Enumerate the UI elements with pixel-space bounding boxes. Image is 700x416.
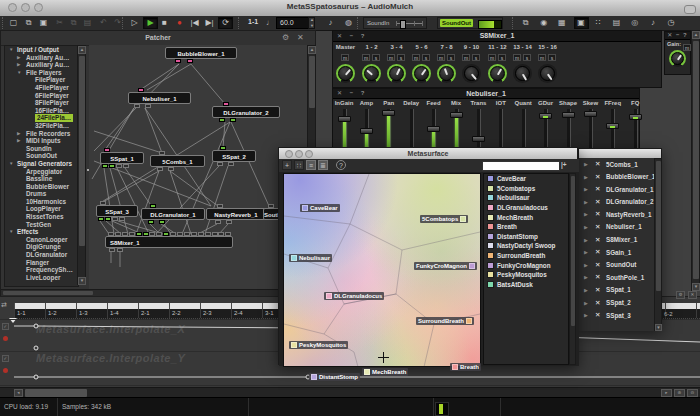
- record-button[interactable]: ●: [173, 17, 186, 29]
- patcher-gear-icon[interactable]: ⚙: [282, 33, 289, 42]
- tree-item-livelooper[interactable]: LiveLooper: [5, 274, 78, 282]
- audio-port[interactable]: [228, 162, 234, 166]
- remove-icon[interactable]: ✕: [595, 210, 600, 218]
- mute-button[interactable]: m: [341, 54, 349, 61]
- chevron-right-icon[interactable]: ▶: [584, 287, 588, 293]
- surface-snapshot-5combatops[interactable]: 5Combatops: [420, 215, 468, 223]
- solo-button[interactable]: s: [397, 54, 405, 61]
- contraption-row-sspat_3[interactable]: ▶✕SSpat_3: [579, 309, 654, 322]
- audio-port[interactable]: [108, 232, 114, 236]
- mixer-window-controls[interactable]: ✕ − ?: [337, 31, 368, 41]
- snapshot-list-item-nebulisaur[interactable]: Nebulisaur: [484, 193, 568, 203]
- solo-button[interactable]: s: [372, 54, 380, 61]
- audio-port[interactable]: [115, 232, 121, 236]
- play-button[interactable]: ▶: [143, 17, 158, 29]
- audio-port[interactable]: [218, 232, 224, 236]
- tree-item-auxiliary-au-[interactable]: ▶Auxiliary Au…: [5, 61, 78, 69]
- mute-button[interactable]: m: [462, 54, 470, 61]
- slider-thumb[interactable]: [472, 136, 485, 142]
- slider-thumb[interactable]: [338, 116, 351, 122]
- contraption-row-bubbleblower_1[interactable]: ▶✕BubbleBlower_1: [579, 171, 654, 184]
- slider-thumb[interactable]: [539, 113, 552, 119]
- contraption-row-nebuliser_1[interactable]: ▶✕Nebuliser_1: [579, 221, 654, 234]
- tempo-stepper-down-icon[interactable]: ▼: [310, 23, 314, 28]
- chevron-right-icon[interactable]: ▶: [584, 312, 588, 318]
- channel-knob[interactable]: [513, 64, 532, 83]
- audio-port[interactable]: [215, 220, 221, 224]
- detail-list-button[interactable]: ≣: [318, 160, 328, 170]
- tree-item-bubbleblower[interactable]: BubbleBlower: [5, 183, 78, 191]
- tree-item-midi-inputs[interactable]: ▶MIDI Inputs: [5, 137, 78, 145]
- audio-port[interactable]: [109, 248, 115, 252]
- audio-port[interactable]: [159, 151, 165, 155]
- chevron-right-icon[interactable]: ▶: [584, 274, 588, 280]
- loop-button[interactable]: ⟳: [218, 17, 233, 29]
- audio-port[interactable]: [117, 248, 123, 252]
- tree-item-arpeggiator[interactable]: Arpeggiator: [5, 168, 78, 176]
- nebuliser-window-controls[interactable]: ✕ − ?: [337, 89, 368, 98]
- audio-port-active[interactable]: [98, 217, 104, 221]
- tree-item-auxiliary-au-[interactable]: ▶Auxiliary Au…: [5, 54, 78, 62]
- tempo-stepper[interactable]: ▲▼: [308, 17, 315, 29]
- tree-item-file-recorders[interactable]: ▶File Recorders: [5, 130, 78, 138]
- audio-port-active[interactable]: [230, 118, 236, 122]
- snapshot-list-item-mechbreath[interactable]: MechBreath: [484, 212, 568, 222]
- slider-thumb[interactable]: [360, 128, 373, 134]
- patch-node-sspat_2[interactable]: SSpat_2: [212, 150, 256, 162]
- audio-port-active[interactable]: [150, 204, 156, 208]
- contraption-list-scrollbar[interactable]: ▼: [654, 158, 662, 331]
- document-view-button[interactable]: ▤: [610, 17, 623, 29]
- audio-port-active[interactable]: [219, 118, 225, 122]
- hscroll-thumb[interactable]: [25, 389, 87, 397]
- audio-port[interactable]: [122, 232, 128, 236]
- canvas-hscrollbar[interactable]: [1, 289, 315, 296]
- audio-port-active[interactable]: [143, 232, 149, 236]
- slider-thumb[interactable]: [606, 123, 619, 129]
- tree-item-10harmonics[interactable]: 10Harmonics: [5, 198, 78, 206]
- metasurface-zoom-icon[interactable]: [305, 150, 313, 158]
- slider-iot[interactable]: IOT: [490, 98, 512, 150]
- tree-item-24filepla-[interactable]: 24FilePla…: [5, 114, 78, 122]
- contraption-row-soundout[interactable]: ▶✕SoundOut: [579, 259, 654, 272]
- automation-point-x[interactable]: [34, 346, 38, 350]
- mute-button[interactable]: m: [538, 54, 546, 61]
- surface-snapshot-funkycromagnon[interactable]: FunkyCroMagnon: [414, 262, 477, 270]
- audio-port[interactable]: [226, 220, 232, 224]
- channel-knob[interactable]: [412, 64, 431, 83]
- tree-item-16filepla-[interactable]: 16FilePla…: [5, 107, 78, 115]
- sound-in-control[interactable]: SoundIn: [363, 17, 427, 29]
- solo-button[interactable]: s: [548, 54, 556, 61]
- surface-snapshot-surroundbreath[interactable]: SurroundBreath: [416, 317, 474, 325]
- patch-node-bubbleblower_1[interactable]: BubbleBlower_1: [165, 47, 237, 59]
- midi-port[interactable]: [104, 148, 110, 152]
- go-end-button[interactable]: ▶|: [203, 17, 216, 29]
- timeline-zoom-in-icon[interactable]: ⊕: [674, 389, 685, 397]
- audition-view-button[interactable]: ♪: [646, 17, 659, 29]
- slider-thumb[interactable]: [427, 126, 440, 132]
- remove-icon[interactable]: ✕: [595, 311, 600, 319]
- contraption-row-sspat_1[interactable]: ▶✕SSpat_1: [579, 284, 654, 297]
- slider-feed[interactable]: Feed: [423, 98, 445, 150]
- patcher-close-icon[interactable]: ✕: [297, 33, 304, 42]
- chevron-right-icon[interactable]: ▶: [584, 161, 588, 167]
- audio-port-active[interactable]: [109, 164, 115, 168]
- surface-snapshot-peskymosquitos[interactable]: PeskyMosquitos: [289, 341, 348, 349]
- save-file-icon[interactable]: ▣: [37, 17, 50, 29]
- slider-mix[interactable]: Mix: [445, 98, 467, 150]
- solo-button[interactable]: s: [523, 54, 531, 61]
- clock-view-button[interactable]: ◷: [665, 17, 678, 29]
- audio-port[interactable]: [149, 232, 155, 236]
- tree-item-8fileplayer[interactable]: 8FilePlayer: [5, 99, 78, 107]
- snapshot-search-input[interactable]: [482, 161, 560, 171]
- audio-port-active[interactable]: [102, 164, 108, 168]
- mute-button[interactable]: m: [362, 54, 370, 61]
- contraption-row-sspat_2[interactable]: ▶✕SSpat_2: [579, 297, 654, 310]
- audio-port[interactable]: [100, 201, 106, 205]
- audio-port[interactable]: [212, 232, 218, 236]
- chevron-right-icon[interactable]: ▶: [584, 199, 588, 205]
- mute-button[interactable]: m: [437, 54, 445, 61]
- slider-shape[interactable]: Shape: [557, 98, 579, 150]
- audio-port[interactable]: [134, 104, 140, 108]
- remove-icon[interactable]: ✕: [595, 198, 600, 206]
- chevron-down-icon[interactable]: ▼: [9, 46, 13, 54]
